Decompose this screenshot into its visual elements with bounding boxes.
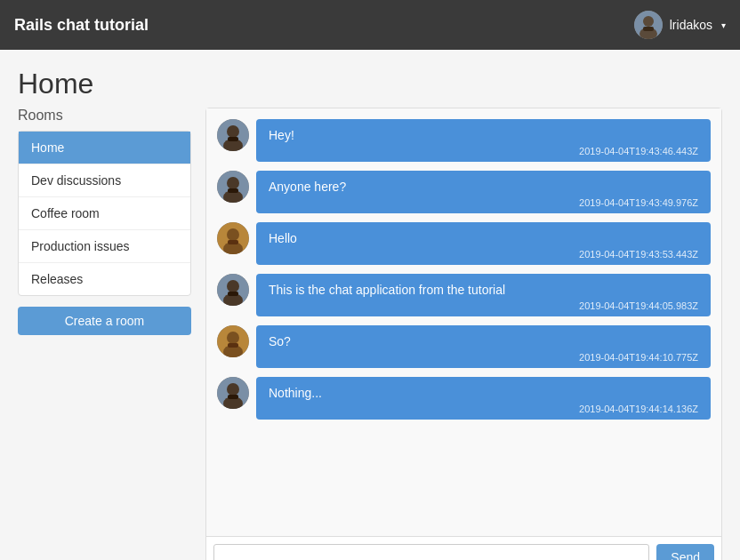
svg-rect-7	[228, 137, 238, 141]
svg-rect-19	[228, 292, 238, 296]
message-row: Nothing...2019-04-04T19:44:14.136Z	[217, 377, 711, 420]
message-bubble: Hello2019-04-04T19:43:53.443Z	[256, 222, 711, 265]
navbar: Rails chat tutorial lridakos ▾	[0, 0, 740, 50]
message-text: Anyone here?	[269, 180, 698, 194]
sidebar-nav: HomeDev discussionsCoffee roomProduction…	[18, 131, 191, 296]
message-time: 2019-04-04T19:43:46.443Z	[269, 146, 698, 156]
message-time: 2019-04-04T19:44:10.775Z	[269, 352, 698, 363]
message-avatar	[217, 171, 249, 203]
message-time: 2019-04-04T19:43:49.976Z	[269, 197, 698, 208]
sidebar-item-releases[interactable]: Releases	[19, 263, 190, 295]
message-row: So?2019-04-04T19:44:10.775Z	[217, 325, 711, 368]
message-text: Hey!	[269, 128, 698, 142]
svg-rect-15	[228, 240, 238, 244]
message-text: So?	[269, 334, 698, 348]
dropdown-arrow-icon: ▾	[721, 20, 726, 30]
content-area: Rooms HomeDev discussionsCoffee roomProd…	[18, 108, 722, 560]
message-time: 2019-04-04T19:43:53.443Z	[269, 249, 698, 260]
svg-point-9	[227, 177, 239, 189]
message-row: Hey!2019-04-04T19:43:46.443Z	[217, 119, 711, 162]
message-time: 2019-04-04T19:44:05.983Z	[269, 300, 698, 311]
svg-point-21	[227, 332, 239, 344]
navbar-brand: Rails chat tutorial	[14, 16, 149, 35]
messages-area: Hey!2019-04-04T19:43:46.443Z Anyone here…	[206, 108, 721, 536]
svg-point-25	[227, 383, 239, 396]
message-bubble: Hey!2019-04-04T19:43:46.443Z	[256, 119, 711, 162]
page-title: Home	[18, 68, 722, 100]
message-bubble: So?2019-04-04T19:44:10.775Z	[256, 325, 711, 368]
sidebar-item-home[interactable]: Home	[19, 132, 190, 164]
message-avatar	[217, 325, 249, 357]
create-room-button[interactable]: Create a room	[18, 307, 191, 335]
message-row: Hello2019-04-04T19:43:53.443Z	[217, 222, 711, 265]
sidebar-item-dev-discussions[interactable]: Dev discussions	[19, 164, 190, 197]
message-row: Anyone here?2019-04-04T19:43:49.976Z	[217, 171, 711, 213]
avatar	[634, 11, 663, 39]
message-row: This is the chat application from the tu…	[217, 274, 711, 316]
svg-point-5	[227, 125, 239, 138]
message-input[interactable]	[213, 544, 649, 560]
message-avatar	[217, 222, 249, 254]
sidebar-item-production-issues[interactable]: Production issues	[19, 230, 190, 263]
navbar-user[interactable]: lridakos ▾	[634, 11, 726, 39]
message-avatar	[217, 377, 249, 409]
message-bubble: This is the chat application from the tu…	[256, 274, 711, 316]
message-bubble: Nothing...2019-04-04T19:44:14.136Z	[256, 377, 711, 420]
send-button[interactable]: Send	[656, 544, 714, 560]
page-content: Home Rooms HomeDev discussionsCoffee roo…	[0, 50, 740, 560]
message-avatar	[217, 274, 249, 306]
sidebar: Rooms HomeDev discussionsCoffee roomProd…	[18, 108, 191, 560]
svg-point-13	[227, 228, 239, 241]
input-area: Send	[206, 536, 721, 560]
svg-rect-23	[228, 343, 238, 348]
svg-point-1	[643, 16, 654, 27]
message-text: Hello	[269, 231, 698, 245]
svg-rect-11	[228, 188, 238, 193]
chat-container: Hey!2019-04-04T19:43:46.443Z Anyone here…	[205, 108, 722, 560]
message-time: 2019-04-04T19:44:14.136Z	[269, 404, 698, 414]
username-label: lridakos	[670, 18, 712, 32]
rooms-label: Rooms	[18, 108, 191, 124]
message-text: This is the chat application from the tu…	[269, 283, 698, 297]
svg-rect-3	[643, 27, 654, 31]
message-text: Nothing...	[269, 386, 698, 400]
message-avatar	[217, 119, 249, 151]
svg-rect-27	[228, 395, 238, 399]
svg-point-17	[227, 280, 239, 292]
message-bubble: Anyone here?2019-04-04T19:43:49.976Z	[256, 171, 711, 213]
sidebar-item-coffee-room[interactable]: Coffee room	[19, 197, 190, 230]
